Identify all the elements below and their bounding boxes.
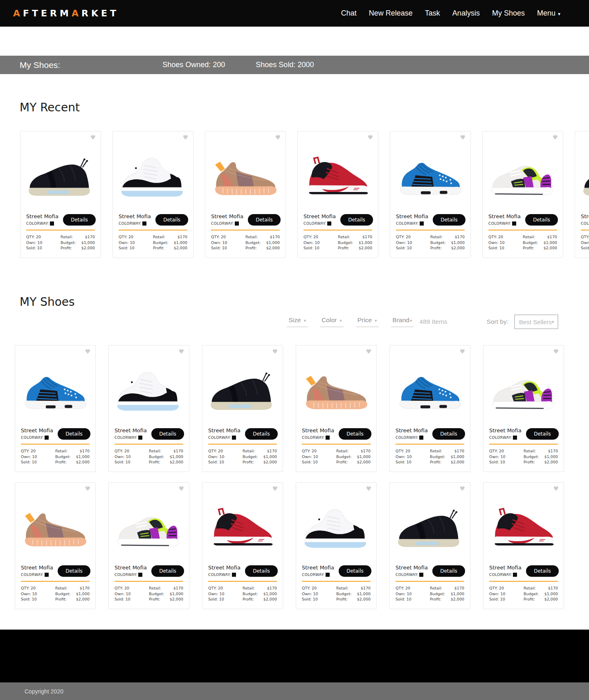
favorite-heart-icon[interactable]: ♥ [460,349,465,355]
nav-item-menu[interactable]: Menu▾ [537,9,560,18]
favorite-heart-icon[interactable]: ♥ [272,349,278,355]
shoe-card[interactable]: ♥ Street Mofia COLORWAY: Details QTY:20O… [112,131,193,258]
shoe-card[interactable]: ♥ Street Mofia COLORWAY: Details QTY:20O… [20,131,101,258]
favorite-heart-icon[interactable]: ♥ [179,486,184,492]
details-button[interactable]: Details [58,565,90,577]
stat-value: 10 [37,245,42,251]
card-titles: Street Mofia COLORWAY: [396,213,428,226]
favorite-heart-icon[interactable]: ♥ [460,486,465,492]
favorite-heart-icon[interactable]: ♥ [366,486,371,492]
filter-color[interactable]: Color▾ [320,316,344,327]
favorite-heart-icon[interactable]: ♥ [90,135,96,141]
shoe-card[interactable]: ♥ Street Mofia COLORWAY: Details QTY:20O… [15,482,96,609]
shoe-image-fog-moccasin-black [25,154,97,200]
stat-row: QTY:20 [208,585,225,591]
favorite-heart-icon[interactable]: ♥ [553,349,559,355]
shoe-card[interactable]: ♥ Street Mofia COLORWAY: Details [15,345,96,472]
my-recent-heading: MY Recent [0,99,589,116]
details-button[interactable]: Details [63,214,96,226]
colorway-row: COLORWAY: [396,573,428,577]
main-nav: Chat New Release Task Analysis My Shoes … [341,9,560,18]
details-button[interactable]: Details [525,214,558,226]
favorite-heart-icon[interactable]: ♥ [85,486,90,492]
stat-value: 10 [126,459,130,465]
favorite-heart-icon[interactable]: ♥ [460,135,465,141]
stat-label: Sold: [489,459,499,465]
favorite-heart-icon[interactable]: ♥ [553,486,559,492]
stat-value: $2,000 [266,245,280,251]
card-stats: QTY:20Own:10Sold:10 Retail:$170Budget:$1… [202,582,283,602]
stat-value: $170 [455,234,465,240]
stat-label: Sold: [302,596,312,602]
shoe-card[interactable]: ♥ Street Mofia COLORWAY: Details QTY:20O… [202,482,283,609]
filter-price[interactable]: Price▾ [356,316,379,327]
details-button[interactable]: Details [433,214,465,226]
shoe-card[interactable]: ♥ Street Mofia COLORWAY: Details [389,345,470,472]
favorite-heart-icon[interactable]: ♥ [275,135,281,141]
shoe-image-area [390,355,470,427]
details-button[interactable]: Details [526,565,559,577]
filter-brand-label: Brand [393,316,409,323]
favorite-heart-icon[interactable]: ♥ [272,486,278,492]
stat-label: Profit: [149,459,160,465]
stat-value: 20 [128,234,133,240]
details-button[interactable]: Details [245,428,278,440]
details-button[interactable]: Details [151,428,184,440]
stat-label: Retail: [430,448,442,454]
details-button[interactable]: Details [432,428,465,440]
favorite-heart-icon[interactable]: ♥ [553,135,558,141]
shoe-card[interactable]: ♥ Street Mofia COLORWAY: Details QTY:20O… [296,482,377,609]
recent-shoes-row[interactable]: ♥ Street Mofia COLORWAY: Details QTY:20O… [0,131,589,258]
stat-row: Sold:10 [303,245,320,251]
details-button[interactable]: Details [151,565,184,577]
card-stats: QTY:20Own:10Sold:10 Retail:$170Budget:$1… [296,582,376,602]
my-shoes-grid[interactable]: ♥ Street Mofia COLORWAY: Details [0,345,589,609]
shoe-card[interactable]: ♥ Street Mofia COLORWAY: Details QTY:20O… [389,482,470,609]
nav-item-chat[interactable]: Chat [341,9,357,18]
filter-brand[interactable]: Brand▾ [391,316,414,327]
details-button[interactable]: Details [340,214,373,226]
shoe-card[interactable]: ♥ Street Mofia COLORWAY: Details QTY:20 [108,482,189,609]
card-stats: QTY:20Own:10Sold:10 Retail:$170Budget:$1… [109,582,189,602]
sort-select[interactable]: Best Sellers ▾ [514,314,558,329]
shoe-card[interactable]: ♥ Street Mofia COLORWAY: Details QTY:20O… [296,345,377,472]
nav-item-task[interactable]: Task [425,9,440,18]
details-button[interactable]: Details [248,214,281,226]
shoe-card[interactable]: ♥ Street Mofia COLORWAY: Details QTY:20 [482,131,563,258]
shoe-card[interactable]: ♥ Street Mofia COLORWAY: Details QTY:20O… [297,131,378,258]
favorite-heart-icon[interactable]: ♥ [183,135,188,141]
shoe-card[interactable]: ♥ Street Mofia COLORWAY: Details QTY:20O… [575,131,589,258]
favorite-heart-icon[interactable]: ♥ [368,135,373,141]
details-button[interactable]: Details [58,428,90,440]
aftermarket-logo[interactable]: AFTERMARKET [13,8,119,18]
favorite-heart-icon[interactable]: ♥ [366,349,371,355]
nav-item-new-release[interactable]: New Release [369,9,413,18]
shoe-image-area [390,492,470,565]
filter-size[interactable]: Size▾ [287,316,308,327]
shoe-card[interactable]: ♥ Street Mofia COLORWAY: Details QTY:20 [483,345,564,472]
stat-value: 20 [36,234,41,240]
stat-row: QTY:20 [21,585,37,591]
nav-item-my-shoes[interactable]: My Shoes [492,9,525,18]
details-button[interactable]: Details [339,565,371,577]
nav-item-analysis[interactable]: Analysis [452,9,480,18]
shoe-card[interactable]: ♥ Street Mofia COLORWAY: Details QTY:20O… [483,482,564,609]
details-button[interactable]: Details [526,428,559,440]
details-button[interactable]: Details [432,565,465,577]
shoe-card[interactable]: ♥ Street Mofia COLORWAY: Details [390,131,471,258]
shoe-card[interactable]: ♥ Street Mofia COLORWAY: Details QTY:20O… [205,131,286,258]
shoe-card[interactable]: ♥ Street Mofia COLORWAY: Details QTY:20O… [202,345,283,472]
shoe-image-huarache-purple-volt [113,505,185,551]
shoe-card[interactable]: ♥ Street Mofia COLORWAY: Details QTY:20O… [108,345,189,472]
details-button[interactable]: Details [339,428,371,440]
colorway-label: COLORWAY: [211,221,234,226]
stat-label: QTY: [396,585,404,591]
card-titles: Street Mofia COLORWAY: [21,565,53,577]
favorite-heart-icon[interactable]: ♥ [179,349,184,355]
details-button[interactable]: Details [245,565,278,577]
favorite-heart-icon[interactable]: ♥ [85,349,90,355]
stat-row: Own:10 [302,591,318,597]
stat-label: QTY: [119,234,127,240]
details-button[interactable]: Details [155,214,188,226]
stat-label: Sold: [26,245,36,251]
